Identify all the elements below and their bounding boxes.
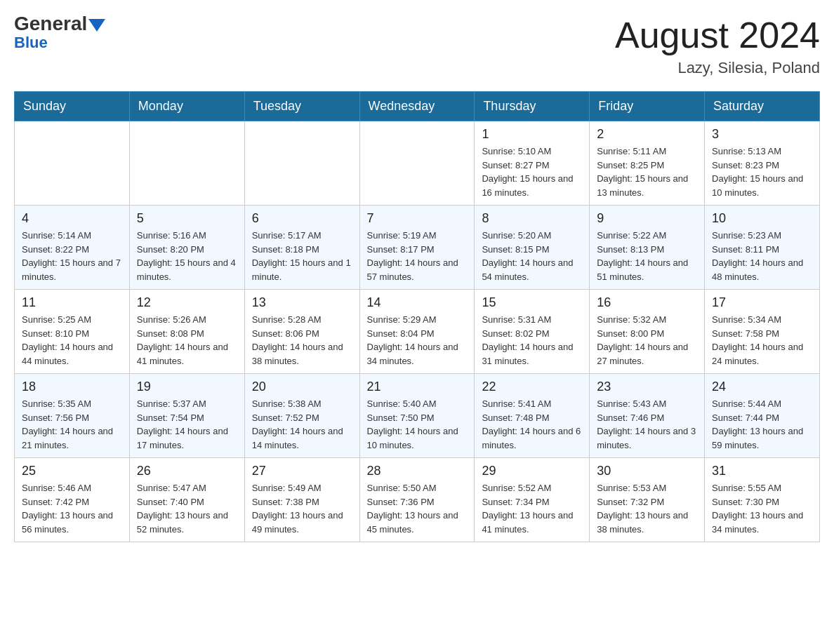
col-sunday: Sunday	[15, 92, 130, 121]
day-number: 1	[482, 127, 582, 142]
table-row: 30Sunrise: 5:53 AM Sunset: 7:32 PM Dayli…	[590, 458, 705, 542]
logo-general: General	[14, 14, 105, 34]
table-row	[359, 121, 475, 206]
day-number: 10	[712, 211, 812, 226]
table-row: 2Sunrise: 5:11 AM Sunset: 8:25 PM Daylig…	[590, 121, 705, 206]
table-row: 9Sunrise: 5:22 AM Sunset: 8:13 PM Daylig…	[590, 206, 705, 290]
calendar-header-row: Sunday Monday Tuesday Wednesday Thursday…	[15, 92, 820, 121]
table-row: 13Sunrise: 5:28 AM Sunset: 8:06 PM Dayli…	[244, 290, 359, 374]
day-info: Sunrise: 5:32 AM Sunset: 8:00 PM Dayligh…	[597, 313, 697, 368]
table-row	[244, 121, 359, 206]
col-wednesday: Wednesday	[359, 92, 475, 121]
day-info: Sunrise: 5:41 AM Sunset: 7:48 PM Dayligh…	[482, 397, 582, 452]
day-number: 9	[597, 211, 697, 226]
day-info: Sunrise: 5:29 AM Sunset: 8:04 PM Dayligh…	[367, 313, 468, 368]
day-info: Sunrise: 5:53 AM Sunset: 7:32 PM Dayligh…	[597, 481, 697, 536]
table-row: 17Sunrise: 5:34 AM Sunset: 7:58 PM Dayli…	[705, 290, 820, 374]
day-info: Sunrise: 5:17 AM Sunset: 8:18 PM Dayligh…	[252, 229, 352, 283]
day-number: 14	[367, 295, 468, 310]
day-number: 13	[252, 295, 352, 310]
day-number: 30	[597, 464, 697, 478]
day-number: 12	[137, 295, 237, 310]
table-row: 19Sunrise: 5:37 AM Sunset: 7:54 PM Dayli…	[129, 374, 244, 458]
day-info: Sunrise: 5:10 AM Sunset: 8:27 PM Dayligh…	[482, 145, 582, 199]
table-row: 31Sunrise: 5:55 AM Sunset: 7:30 PM Dayli…	[705, 458, 820, 542]
day-info: Sunrise: 5:25 AM Sunset: 8:10 PM Dayligh…	[22, 313, 122, 368]
table-row	[15, 121, 130, 206]
day-number: 25	[22, 464, 122, 478]
day-number: 18	[22, 380, 122, 394]
calendar-week-row: 4Sunrise: 5:14 AM Sunset: 8:22 PM Daylig…	[15, 206, 820, 290]
day-number: 23	[597, 380, 697, 394]
table-row	[129, 121, 244, 206]
location: Lazy, Silesia, Poland	[615, 59, 820, 77]
day-number: 2	[597, 127, 697, 142]
day-number: 11	[22, 295, 122, 310]
table-row: 18Sunrise: 5:35 AM Sunset: 7:56 PM Dayli…	[15, 374, 130, 458]
day-info: Sunrise: 5:38 AM Sunset: 7:52 PM Dayligh…	[252, 397, 352, 452]
day-number: 4	[22, 211, 122, 226]
table-row: 5Sunrise: 5:16 AM Sunset: 8:20 PM Daylig…	[129, 206, 244, 290]
table-row: 11Sunrise: 5:25 AM Sunset: 8:10 PM Dayli…	[15, 290, 130, 374]
day-number: 15	[482, 295, 582, 310]
day-info: Sunrise: 5:31 AM Sunset: 8:02 PM Dayligh…	[482, 313, 582, 368]
day-info: Sunrise: 5:16 AM Sunset: 8:20 PM Dayligh…	[137, 229, 237, 283]
day-info: Sunrise: 5:34 AM Sunset: 7:58 PM Dayligh…	[712, 313, 812, 368]
day-info: Sunrise: 5:22 AM Sunset: 8:13 PM Dayligh…	[597, 229, 697, 283]
day-info: Sunrise: 5:50 AM Sunset: 7:36 PM Dayligh…	[367, 481, 468, 536]
day-info: Sunrise: 5:26 AM Sunset: 8:08 PM Dayligh…	[137, 313, 237, 368]
calendar-table: Sunday Monday Tuesday Wednesday Thursday…	[14, 91, 820, 542]
day-info: Sunrise: 5:35 AM Sunset: 7:56 PM Dayligh…	[22, 397, 122, 452]
day-number: 6	[252, 211, 352, 226]
day-number: 31	[712, 464, 812, 478]
col-friday: Friday	[590, 92, 705, 121]
day-info: Sunrise: 5:23 AM Sunset: 8:11 PM Dayligh…	[712, 229, 812, 283]
day-number: 21	[367, 380, 468, 394]
day-number: 8	[482, 211, 582, 226]
table-row: 22Sunrise: 5:41 AM Sunset: 7:48 PM Dayli…	[475, 374, 590, 458]
table-row: 12Sunrise: 5:26 AM Sunset: 8:08 PM Dayli…	[129, 290, 244, 374]
day-info: Sunrise: 5:14 AM Sunset: 8:22 PM Dayligh…	[22, 229, 122, 283]
day-info: Sunrise: 5:19 AM Sunset: 8:17 PM Dayligh…	[367, 229, 468, 283]
title-section: August 2024 Lazy, Silesia, Poland	[615, 14, 820, 77]
table-row: 27Sunrise: 5:49 AM Sunset: 7:38 PM Dayli…	[244, 458, 359, 542]
logo: General Blue	[14, 14, 105, 52]
page-header: General Blue August 2024 Lazy, Silesia, …	[14, 14, 820, 77]
day-info: Sunrise: 5:11 AM Sunset: 8:25 PM Dayligh…	[597, 145, 697, 199]
table-row: 25Sunrise: 5:46 AM Sunset: 7:42 PM Dayli…	[15, 458, 130, 542]
day-info: Sunrise: 5:47 AM Sunset: 7:40 PM Dayligh…	[137, 481, 237, 536]
day-number: 17	[712, 295, 812, 310]
day-number: 24	[712, 380, 812, 394]
table-row: 15Sunrise: 5:31 AM Sunset: 8:02 PM Dayli…	[475, 290, 590, 374]
calendar-week-row: 1Sunrise: 5:10 AM Sunset: 8:27 PM Daylig…	[15, 121, 820, 206]
day-info: Sunrise: 5:52 AM Sunset: 7:34 PM Dayligh…	[482, 481, 582, 536]
table-row: 14Sunrise: 5:29 AM Sunset: 8:04 PM Dayli…	[359, 290, 475, 374]
table-row: 23Sunrise: 5:43 AM Sunset: 7:46 PM Dayli…	[590, 374, 705, 458]
day-info: Sunrise: 5:55 AM Sunset: 7:30 PM Dayligh…	[712, 481, 812, 536]
day-info: Sunrise: 5:43 AM Sunset: 7:46 PM Dayligh…	[597, 397, 697, 452]
day-info: Sunrise: 5:46 AM Sunset: 7:42 PM Dayligh…	[22, 481, 122, 536]
day-number: 22	[482, 380, 582, 394]
day-number: 20	[252, 380, 352, 394]
day-info: Sunrise: 5:49 AM Sunset: 7:38 PM Dayligh…	[252, 481, 352, 536]
table-row: 16Sunrise: 5:32 AM Sunset: 8:00 PM Dayli…	[590, 290, 705, 374]
day-number: 27	[252, 464, 352, 478]
calendar-week-row: 11Sunrise: 5:25 AM Sunset: 8:10 PM Dayli…	[15, 290, 820, 374]
col-thursday: Thursday	[475, 92, 590, 121]
day-info: Sunrise: 5:20 AM Sunset: 8:15 PM Dayligh…	[482, 229, 582, 283]
day-number: 5	[137, 211, 237, 226]
table-row: 8Sunrise: 5:20 AM Sunset: 8:15 PM Daylig…	[475, 206, 590, 290]
col-tuesday: Tuesday	[244, 92, 359, 121]
table-row: 6Sunrise: 5:17 AM Sunset: 8:18 PM Daylig…	[244, 206, 359, 290]
day-info: Sunrise: 5:40 AM Sunset: 7:50 PM Dayligh…	[367, 397, 468, 452]
table-row: 7Sunrise: 5:19 AM Sunset: 8:17 PM Daylig…	[359, 206, 475, 290]
logo-triangle-icon	[88, 19, 105, 32]
calendar-week-row: 18Sunrise: 5:35 AM Sunset: 7:56 PM Dayli…	[15, 374, 820, 458]
col-monday: Monday	[129, 92, 244, 121]
day-info: Sunrise: 5:37 AM Sunset: 7:54 PM Dayligh…	[137, 397, 237, 452]
table-row: 28Sunrise: 5:50 AM Sunset: 7:36 PM Dayli…	[359, 458, 475, 542]
month-title: August 2024	[615, 14, 820, 56]
table-row: 10Sunrise: 5:23 AM Sunset: 8:11 PM Dayli…	[705, 206, 820, 290]
table-row: 20Sunrise: 5:38 AM Sunset: 7:52 PM Dayli…	[244, 374, 359, 458]
day-number: 28	[367, 464, 468, 478]
